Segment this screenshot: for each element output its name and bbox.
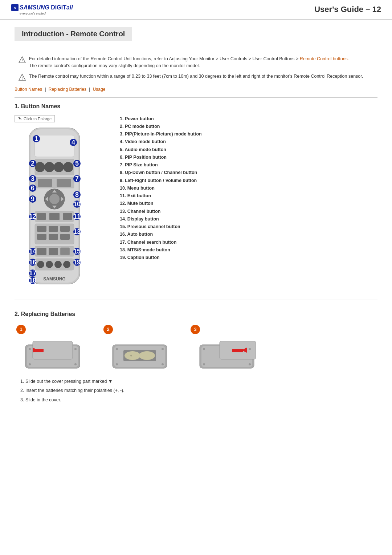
button-item-5: 5. Audio mode button xyxy=(120,146,377,154)
note-icon-2 xyxy=(18,73,26,81)
button-names-content: Click to Enlarge xyxy=(15,115,377,292)
remote-control-link[interactable]: Remote Control buttons. xyxy=(300,56,349,61)
button-list: 1. Power button 2. PC mode button 3. PIP… xyxy=(120,115,377,292)
button-item-10: 10. Menu button xyxy=(120,185,377,192)
section1-title: 1. Button Names xyxy=(15,103,377,110)
page-title-container: Introduction - Remote Control xyxy=(15,27,377,48)
cursor-icon xyxy=(18,117,22,121)
svg-point-95 xyxy=(124,351,140,360)
svg-rect-24 xyxy=(57,179,71,187)
note-1: For detailed information of the Remote C… xyxy=(18,56,377,69)
svg-rect-54 xyxy=(60,226,70,232)
button-item-3: 3. PIP(Picture-in-Picture) mode button xyxy=(120,130,377,138)
svg-rect-90 xyxy=(33,349,44,352)
svg-point-101 xyxy=(116,363,118,365)
battery-step-3-text: Slide in the cover. xyxy=(25,396,377,404)
svg-text:14: 14 xyxy=(29,248,36,255)
page-number: User's Guide – 12 xyxy=(314,5,381,14)
svg-text:17: 17 xyxy=(29,270,36,277)
button-item-9: 9. Left-Right button / Volume button xyxy=(120,177,377,185)
button-item-8: 8. Up-Down button / Channel button xyxy=(120,169,377,177)
svg-text:2: 2 xyxy=(31,160,34,167)
button-item-7: 7. PIP Size button xyxy=(120,161,377,169)
svg-rect-63 xyxy=(60,248,70,255)
svg-point-7 xyxy=(22,79,23,80)
svg-point-109 xyxy=(249,348,251,350)
svg-rect-45 xyxy=(49,213,60,220)
svg-point-71 xyxy=(54,261,62,268)
svg-point-84 xyxy=(29,348,31,350)
nav-button-names[interactable]: Button Names xyxy=(15,87,42,92)
svg-text:13: 13 xyxy=(73,228,81,235)
battery-step-1-text: Slide out the cover pressing part marked… xyxy=(25,377,377,386)
battery-step-3: 3 xyxy=(189,323,265,370)
note-icon-1 xyxy=(18,56,26,64)
svg-point-99 xyxy=(116,348,118,350)
svg-rect-53 xyxy=(49,226,58,232)
svg-point-110 xyxy=(203,363,205,365)
svg-point-72 xyxy=(63,261,70,268)
battery-svg-2: + - xyxy=(102,323,178,370)
button-item-14: 14. Display button xyxy=(120,215,377,223)
svg-rect-52 xyxy=(37,226,46,232)
svg-text:12: 12 xyxy=(29,213,36,220)
svg-point-108 xyxy=(203,348,205,350)
svg-text:-: - xyxy=(144,354,146,358)
button-item-11: 11. Exit button xyxy=(120,192,377,200)
note-1-text: For detailed information of the Remote C… xyxy=(29,56,349,69)
step-3-circle: 3 xyxy=(191,325,200,334)
page-header: S SAMSUNG DIGITall everyone's invited Us… xyxy=(0,0,392,20)
svg-text:7: 7 xyxy=(75,175,79,182)
nav-usage[interactable]: Usage xyxy=(93,87,106,92)
button-item-13: 13. Channel button xyxy=(120,208,377,215)
samsung-logo-icon: S xyxy=(11,4,19,12)
button-item-2: 2. PC mode button xyxy=(120,123,377,130)
note-2-text: The Remote control may function within a… xyxy=(29,73,363,80)
svg-text:16: 16 xyxy=(29,259,36,266)
page-title: Introduction - Remote Control xyxy=(15,27,132,41)
battery-svg-3 xyxy=(189,323,265,370)
note-2: The Remote control may function within a… xyxy=(18,73,377,81)
section2-title: 2. Replacing Batteries xyxy=(15,311,377,317)
nav-links: Button Names | Replacing Batteries | Usa… xyxy=(15,87,377,92)
svg-point-16 xyxy=(54,162,64,172)
divider-1 xyxy=(15,97,377,98)
svg-rect-44 xyxy=(37,213,46,220)
section-button-names: 1. Button Names Click to Enlarge xyxy=(15,103,377,292)
svg-point-86 xyxy=(29,363,31,365)
svg-text:10: 10 xyxy=(73,200,81,208)
battery-images: 1 xyxy=(15,323,377,370)
button-item-19: 19. Caption button xyxy=(120,254,377,262)
button-item-12: 12. Mute button xyxy=(120,200,377,207)
svg-point-100 xyxy=(162,348,164,350)
svg-text:S: S xyxy=(14,6,16,10)
nav-replacing-batteries[interactable]: Replacing Batteries xyxy=(49,87,86,92)
step-1-circle: 1 xyxy=(16,325,26,334)
button-item-16: 16. Auto button xyxy=(120,231,377,238)
svg-text:6: 6 xyxy=(31,185,34,192)
notes-section: For detailed information of the Remote C… xyxy=(15,56,377,81)
svg-rect-55 xyxy=(37,234,46,240)
svg-point-69 xyxy=(37,261,44,268)
svg-rect-62 xyxy=(49,248,58,255)
step-2-circle: 2 xyxy=(103,325,113,334)
svg-point-32 xyxy=(49,194,60,204)
click-to-enlarge-button[interactable]: Click to Enlarge xyxy=(15,115,55,122)
button-item-1: 1. Power button xyxy=(120,115,377,123)
button-item-4: 4. Video mode button xyxy=(120,138,377,146)
svg-text:SAMSUNG: SAMSUNG xyxy=(43,276,65,281)
logo: S SAMSUNG DIGITall everyone's invited xyxy=(11,4,73,15)
svg-rect-61 xyxy=(37,248,46,255)
svg-point-17 xyxy=(63,162,73,172)
svg-text:3: 3 xyxy=(31,175,34,182)
svg-text:9: 9 xyxy=(31,195,34,203)
svg-point-14 xyxy=(35,162,45,172)
remote-image-container: Click to Enlarge xyxy=(15,115,109,292)
battery-step-2: 2 + - xyxy=(102,323,178,370)
battery-svg-1 xyxy=(15,323,91,370)
svg-rect-10 xyxy=(35,135,74,157)
svg-rect-57 xyxy=(60,234,70,240)
svg-text:4: 4 xyxy=(72,139,75,146)
divider-2 xyxy=(15,300,377,300)
svg-point-15 xyxy=(44,162,54,172)
